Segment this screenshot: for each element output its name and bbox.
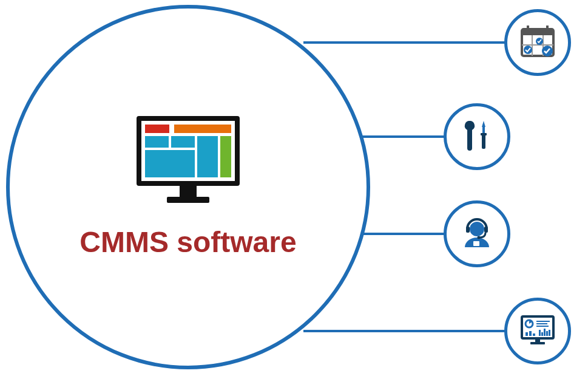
svg-rect-27 [533,333,535,336]
svg-rect-16 [484,227,488,233]
svg-point-17 [478,236,481,239]
calendar-check-icon [518,22,557,63]
main-node: CMMS software [6,5,370,369]
feature-node-support [444,200,510,267]
svg-point-14 [470,222,484,236]
svg-rect-29 [541,332,543,336]
svg-rect-30 [544,329,546,336]
svg-point-7 [524,46,532,54]
svg-rect-19 [535,338,540,342]
svg-rect-31 [546,331,548,336]
svg-rect-10 [482,134,485,149]
feature-node-schedule [504,9,571,76]
headset-person-icon [458,213,496,255]
analytics-monitor-icon [518,310,557,352]
svg-rect-13 [473,241,479,246]
svg-rect-12 [481,133,487,135]
wrench-screwdriver-icon [458,116,496,157]
svg-rect-1 [522,29,553,35]
svg-rect-15 [466,227,470,233]
main-label: CMMS software [79,225,296,259]
feature-node-tools [444,103,510,170]
diagram-canvas: CMMS software [0,0,588,376]
dashboard-monitor-icon [137,116,240,207]
svg-rect-20 [530,342,545,344]
svg-rect-28 [539,330,541,336]
svg-rect-26 [529,331,532,336]
svg-rect-25 [525,332,528,336]
svg-rect-32 [549,330,550,336]
feature-node-analytics [504,298,571,364]
